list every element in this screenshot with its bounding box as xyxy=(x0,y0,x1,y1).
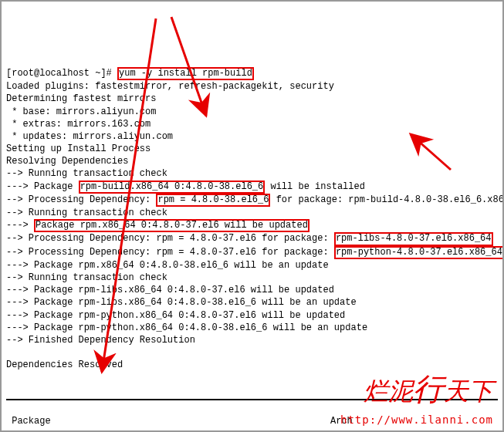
output-line: ---> Package xyxy=(6,181,79,192)
dep-pkg-highlight: rpm-python-4.8.0-37.el6.x86_64 xyxy=(334,246,504,259)
output-line: Loaded plugins: fastestmirror, refresh-p… xyxy=(6,81,334,92)
output-line: --> Running transaction check xyxy=(6,168,167,179)
output-line: ---> xyxy=(6,220,34,231)
output-line: --> Running transaction check xyxy=(6,208,167,218)
dep-pkg-highlight: rpm-libs-4.8.0-37.el6.x86_64 xyxy=(334,232,493,245)
header-package: Package xyxy=(6,415,330,427)
output-line: ---> Package rpm.x86_64 0:4.8.0-38.el6_6… xyxy=(6,260,329,271)
output-line: will be installed xyxy=(265,181,365,192)
output-line: --> Processing Dependency: rpm = 4.8.0-3… xyxy=(6,233,334,244)
dep-highlight: rpm = 4.8.0-38.el6_6 xyxy=(156,194,270,207)
output-line: * updates: mirrors.aliyun.com xyxy=(6,131,173,142)
output-line: ---> Package rpm-python.x86_64 0:4.8.0-3… xyxy=(6,322,367,333)
watermark-url: http://www.ilanni.com xyxy=(340,413,493,427)
output-line: for package: rpm-build-4.8.0-38.el6_6.x8… xyxy=(270,194,504,205)
pkg-highlight: rpm-build.x86_64 0:4.8.0-38.el6_6 xyxy=(79,181,266,194)
output-line: ---> Package rpm-libs.x86_64 0:4.8.0-37.… xyxy=(6,285,334,295)
command-highlight: yum -y install rpm-build xyxy=(117,67,254,80)
output-line: ---> Package rpm-libs.x86_64 0:4.8.0-38.… xyxy=(6,297,357,308)
update-highlight: Package rpm.x86_64 0:4.8.0-37.el6 will b… xyxy=(34,219,310,232)
table-separator xyxy=(6,399,498,400)
output-line: Dependencies Resolved xyxy=(6,359,123,370)
output-line: * extras: mirrors.163.com xyxy=(6,119,151,130)
output-line: Resolving Dependencies xyxy=(6,156,128,167)
terminal-output: [root@localhost ~]# yum -y install rpm-b… xyxy=(6,55,498,384)
output-line: Setting up Install Process xyxy=(6,143,151,154)
output-line: --> Finished Dependency Resolution xyxy=(6,335,195,346)
output-line: Determining fastest mirrors xyxy=(6,93,156,104)
output-line: --> Running transaction check xyxy=(6,272,167,283)
output-line: --> Processing Dependency: xyxy=(6,194,156,205)
shell-prompt: [root@localhost ~]# xyxy=(6,68,117,79)
output-line: --> Processing Dependency: rpm = 4.8.0-3… xyxy=(6,247,334,258)
output-line: * base: mirrors.aliyun.com xyxy=(6,106,156,117)
output-line: ---> Package rpm-python.x86_64 0:4.8.0-3… xyxy=(6,310,345,321)
